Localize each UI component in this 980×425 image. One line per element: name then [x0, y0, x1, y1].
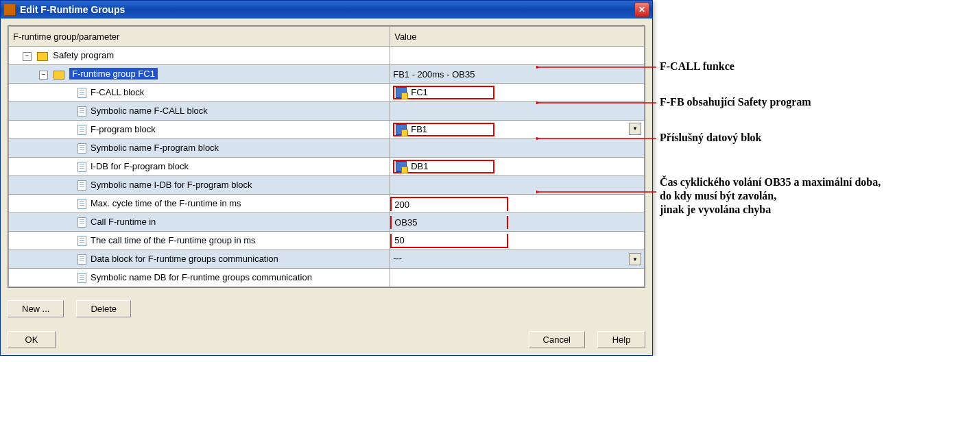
ok-button[interactable]: OK — [8, 331, 56, 348]
param-icon — [77, 106, 86, 117]
block-icon — [396, 161, 407, 172]
param-icon — [77, 273, 86, 283]
folder-icon — [53, 71, 64, 80]
dropdown-icon[interactable]: ▼ — [629, 253, 641, 265]
new-button[interactable]: New ... — [8, 300, 64, 317]
col-header-param: F-runtime group/parameter — [9, 27, 390, 47]
val-sym-idb[interactable] — [390, 176, 645, 195]
selected-node: F-runtime group FC1 — [69, 68, 158, 80]
collapse-icon[interactable]: − — [23, 52, 32, 61]
val-sym-dbcomm[interactable] — [390, 269, 645, 287]
val-fcall-block[interactable]: FC1 — [390, 84, 645, 102]
block-icon — [396, 124, 407, 135]
row-sym-idb[interactable]: Symbolic name I-DB for F-program block — [9, 176, 390, 195]
window-title: Edit F-Runtime Groups — [20, 4, 125, 15]
param-icon — [77, 217, 86, 228]
annotation-1: F-CALL funkce — [660, 60, 734, 73]
dialog-window: Edit F-Runtime Groups ✕ F-runtime group/… — [0, 0, 653, 356]
annotation-3: Příslušný datový blok — [660, 132, 761, 144]
annotation-4: Čas cyklického volání OB35 a maximální d… — [660, 175, 881, 217]
val-fprog-block[interactable]: FB1▼ — [390, 121, 645, 139]
param-icon — [77, 254, 86, 265]
row-sym-fcall[interactable]: Symbolic name F-CALL block — [9, 102, 390, 121]
val-idb[interactable]: DB1 — [390, 158, 645, 176]
param-icon — [77, 88, 86, 98]
collapse-icon[interactable]: − — [39, 71, 48, 80]
val-dbcomm[interactable]: ---▼ — [390, 250, 645, 269]
row-fcall-block[interactable]: F-CALL block — [9, 84, 390, 102]
param-icon — [77, 143, 86, 154]
param-icon — [77, 180, 86, 191]
annotations-panel: F-CALL funkce F-FB obsahující Safety pro… — [653, 0, 975, 356]
row-sym-fprog[interactable]: Symbolic name F-program block — [9, 139, 390, 158]
row-idb[interactable]: I-DB for F-program block — [9, 158, 390, 176]
val-callin[interactable]: OB35 — [390, 213, 645, 232]
row-dbcomm[interactable]: Data block for F-runtime groups communic… — [9, 250, 390, 269]
val-maxcycle[interactable]: 200 — [390, 195, 645, 213]
grid: F-runtime group/parameter Value − Safety… — [8, 25, 645, 288]
col-header-value: Value — [390, 27, 645, 47]
param-icon — [77, 125, 86, 135]
param-icon — [77, 199, 86, 209]
annotation-2: F-FB obsahující Safety program — [660, 96, 811, 108]
val-sym-fcall[interactable] — [390, 102, 645, 121]
app-icon — [3, 3, 16, 16]
titlebar: Edit F-Runtime Groups ✕ — [1, 1, 652, 19]
group-value: FB1 - 200ms - OB35 — [390, 65, 645, 84]
row-sym-dbcomm[interactable]: Symbolic name DB for F-runtime groups co… — [9, 269, 390, 287]
block-icon — [396, 87, 407, 98]
cancel-button[interactable]: Cancel — [529, 331, 585, 348]
tree-root[interactable]: − Safety program — [9, 47, 390, 65]
row-maxcycle[interactable]: Max. cycle time of the F-runtime in ms — [9, 195, 390, 213]
val-calltime[interactable]: 50 — [390, 232, 645, 250]
row-calltime[interactable]: The call time of the F-runtime group in … — [9, 232, 390, 250]
folder-icon — [37, 52, 48, 61]
dropdown-icon[interactable]: ▼ — [629, 123, 641, 135]
row-fprog-block[interactable]: F-program block — [9, 121, 390, 139]
delete-button[interactable]: Delete — [76, 300, 131, 317]
help-button[interactable]: Help — [597, 331, 645, 348]
close-icon[interactable]: ✕ — [634, 2, 649, 17]
param-icon — [77, 162, 86, 172]
row-callin[interactable]: Call F-runtime in — [9, 213, 390, 232]
tree-group[interactable]: − F-runtime group FC1 — [9, 65, 390, 84]
param-icon — [77, 236, 86, 246]
val-sym-fprog[interactable] — [390, 139, 645, 158]
